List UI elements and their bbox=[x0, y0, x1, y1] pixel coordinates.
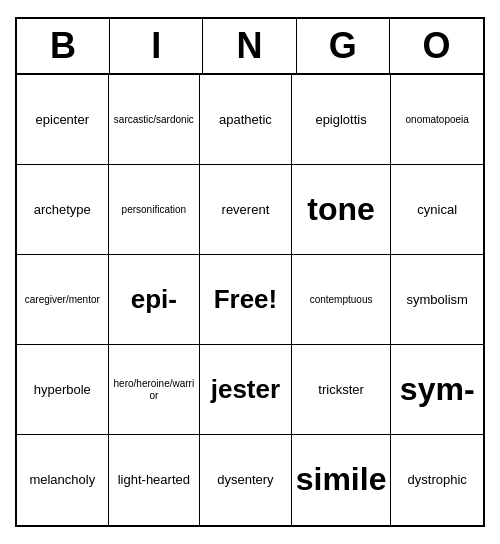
cell-text: archetype bbox=[34, 202, 91, 218]
cell-text: hyperbole bbox=[34, 382, 91, 398]
bingo-cell: dysentery bbox=[200, 435, 292, 525]
cell-text: personification bbox=[122, 204, 186, 216]
cell-text: onomatopoeia bbox=[406, 114, 469, 126]
cell-text: dysentery bbox=[217, 472, 273, 488]
bingo-cell: sarcastic/sardonic bbox=[109, 75, 201, 165]
cell-text: hero/heroine/warrior bbox=[113, 378, 196, 402]
cell-text: epiglottis bbox=[315, 112, 366, 128]
bingo-cell: trickster bbox=[292, 345, 392, 435]
bingo-cell: hero/heroine/warrior bbox=[109, 345, 201, 435]
cell-text: sym- bbox=[400, 372, 475, 407]
bingo-cell: reverent bbox=[200, 165, 292, 255]
bingo-cell: symbolism bbox=[391, 255, 483, 345]
bingo-cell: archetype bbox=[17, 165, 109, 255]
cell-text: sarcastic/sardonic bbox=[114, 114, 194, 126]
cell-text: symbolism bbox=[407, 292, 468, 308]
bingo-cell: simile bbox=[292, 435, 392, 525]
cell-text: melancholy bbox=[29, 472, 95, 488]
cell-text: cynical bbox=[417, 202, 457, 218]
bingo-cell: personification bbox=[109, 165, 201, 255]
cell-text: dystrophic bbox=[408, 472, 467, 488]
header-letter: O bbox=[390, 19, 483, 73]
bingo-cell: dystrophic bbox=[391, 435, 483, 525]
cell-text: epicenter bbox=[36, 112, 89, 128]
header-letter: B bbox=[17, 19, 110, 73]
cell-text: simile bbox=[296, 462, 387, 497]
cell-text: apathetic bbox=[219, 112, 272, 128]
cell-text: tone bbox=[307, 192, 375, 227]
bingo-cell: contemptuous bbox=[292, 255, 392, 345]
bingo-cell: sym- bbox=[391, 345, 483, 435]
bingo-card: BINGO epicentersarcastic/sardonicapathet… bbox=[15, 17, 485, 527]
cell-text: jester bbox=[211, 375, 280, 404]
bingo-cell: epicenter bbox=[17, 75, 109, 165]
bingo-cell: epi- bbox=[109, 255, 201, 345]
cell-text: reverent bbox=[222, 202, 270, 218]
cell-text: epi- bbox=[131, 285, 177, 314]
bingo-cell: caregiver/mentor bbox=[17, 255, 109, 345]
header-letter: I bbox=[110, 19, 203, 73]
bingo-cell: apathetic bbox=[200, 75, 292, 165]
bingo-cell: epiglottis bbox=[292, 75, 392, 165]
cell-text: trickster bbox=[318, 382, 364, 398]
bingo-cell: hyperbole bbox=[17, 345, 109, 435]
bingo-cell: Free! bbox=[200, 255, 292, 345]
header-letter: N bbox=[203, 19, 296, 73]
cell-text: contemptuous bbox=[310, 294, 373, 306]
cell-text: Free! bbox=[214, 285, 278, 314]
bingo-cell: jester bbox=[200, 345, 292, 435]
bingo-header: BINGO bbox=[17, 19, 483, 75]
bingo-cell: tone bbox=[292, 165, 392, 255]
cell-text: caregiver/mentor bbox=[25, 294, 100, 306]
header-letter: G bbox=[297, 19, 390, 73]
bingo-cell: onomatopoeia bbox=[391, 75, 483, 165]
bingo-cell: cynical bbox=[391, 165, 483, 255]
bingo-cell: light-hearted bbox=[109, 435, 201, 525]
cell-text: light-hearted bbox=[118, 472, 190, 488]
bingo-grid: epicentersarcastic/sardonicapatheticepig… bbox=[17, 75, 483, 525]
bingo-cell: melancholy bbox=[17, 435, 109, 525]
